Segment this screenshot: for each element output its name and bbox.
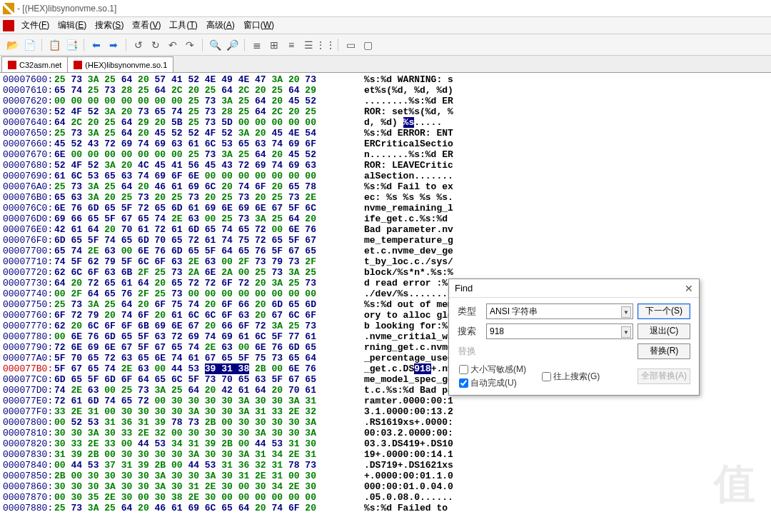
hex-row[interactable]: 00007610:65 74 25 73 28 25 64 2C 20 25 6… [3,85,771,96]
find-dialog-title: Find [455,283,473,293]
toolbar-button[interactable]: 📂 [4,37,20,53]
toolbar-button[interactable]: 📄 [21,37,37,53]
search-input[interactable]: 918 ▼ [486,323,633,339]
toolbar-button[interactable]: 📑 [64,37,79,53]
hex-row[interactable]: 00007850:2B 00 30 30 30 30 3A 30 30 3A 3… [3,471,771,481]
document-tab[interactable]: C32asm.net [1,56,68,72]
toolbar-button[interactable]: 🔍 [207,37,223,53]
app-menu-icon[interactable] [3,20,14,31]
hex-row[interactable]: 00007700:65 74 2E 63 00 6E 76 6D 65 5F 6… [3,246,771,256]
toolbar-button[interactable]: ⊞ [266,37,282,53]
search-label: 搜索 [458,325,482,338]
hex-row[interactable]: 00007810:30 30 3A 30 33 2E 32 00 30 30 3… [3,428,771,438]
hex-row[interactable]: 00007720:62 6C 6F 63 6B 2F 25 73 2A 6E 2… [3,267,771,278]
hex-row[interactable]: 00007640:64 2C 20 25 64 29 20 5B 25 73 5… [3,117,771,128]
hex-row[interactable]: 00007680:52 4F 52 3A 20 4C 45 41 56 45 4… [3,160,771,171]
toolbar-button[interactable]: ☰ [301,37,316,53]
exit-button[interactable]: 退出(C) [638,323,690,339]
type-select[interactable]: ANSI 字符串 ▼ [486,303,633,319]
hex-row[interactable]: 00007650:25 73 3A 25 64 20 45 52 52 4F 5… [3,128,771,139]
chevron-down-icon[interactable]: ▼ [621,326,631,338]
type-label: 类型 [458,305,482,318]
find-dialog: Find ✕ 类型 ANSI 字符串 ▼ 下一个(S) 搜索 918 ▼ 退出(… [448,278,700,396]
hex-row[interactable]: 00007690:61 6C 53 65 63 74 69 6F 6E 00 0… [3,171,771,181]
hex-row[interactable]: 00007710:74 5F 62 79 5F 6C 6F 63 2E 63 0… [3,256,771,267]
watermark: 值 [714,456,755,512]
hex-row[interactable]: 000077E0:72 61 6D 74 65 72 00 30 30 30 3… [3,396,771,406]
replace-all-button: 全部替换(A) [638,368,690,384]
tab-icon [74,61,82,69]
hex-row[interactable]: 00007600:25 73 3A 25 64 20 57 41 52 4E 4… [3,74,771,85]
hex-row[interactable]: 00007830:31 39 2B 00 30 30 30 30 3A 30 3… [3,449,771,460]
options-row: 大小写敏感(M) 自动完成(U) 往上搜索(G) [458,363,633,389]
close-icon[interactable]: ✕ [685,283,693,294]
toolbar: 📂📄📋📑⬅➡↺↻↶↷🔍🔎≣⊞≡☰⋮⋮▭▢ [0,34,771,56]
menu-bar: 文件(F)编辑(E)搜索(S)查看(V)工具(T)高级(A)窗口(W) [0,17,771,34]
hex-row[interactable]: 00007820:30 33 2E 33 00 44 53 34 31 39 2… [3,438,771,449]
menu-item-w[interactable]: 窗口(W) [239,18,278,33]
toolbar-button[interactable]: ⋮⋮ [318,37,333,53]
document-tab[interactable]: (HEX)libsynonvme.so.1 [67,56,173,72]
app-icon [3,3,14,14]
hex-row[interactable]: 000076E0:42 61 64 20 70 61 72 61 6D 65 7… [3,224,771,235]
toolbar-button[interactable]: 🔎 [224,37,240,53]
menu-item-s[interactable]: 搜索(S) [91,18,128,33]
menu-item-v[interactable]: 查看(V) [128,18,165,33]
chevron-down-icon[interactable]: ▼ [621,306,631,318]
search-up-checkbox[interactable]: 往上搜索(G) [542,363,600,389]
toolbar-button[interactable]: ▭ [343,37,358,53]
toolbar-button[interactable]: ≡ [283,37,299,53]
toolbar-button[interactable]: ↷ [182,37,198,53]
hex-row[interactable]: 000076C0:6E 76 6D 65 5F 72 65 6D 61 69 6… [3,203,771,214]
next-button[interactable]: 下一个(S) [638,303,690,319]
hex-row[interactable]: 000077F0:33 2E 31 00 30 30 30 30 3A 30 3… [3,406,771,417]
hex-row[interactable]: 00007630:52 4F 52 3A 20 73 65 74 25 73 2… [3,106,771,117]
case-sensitive-checkbox[interactable]: 大小写敏感(M) [459,363,526,376]
hex-row[interactable]: 000076D0:69 66 65 5F 67 65 74 2E 63 00 2… [3,214,771,224]
hex-row[interactable]: 00007870:00 30 35 2E 30 00 30 38 2E 30 0… [3,492,771,503]
toolbar-button[interactable]: ≣ [249,37,265,53]
toolbar-button[interactable]: ➡ [106,37,121,53]
replace-button[interactable]: 替换(R) [638,343,690,359]
toolbar-button[interactable]: ↻ [148,37,163,53]
hex-row[interactable]: 00007620:00 00 00 00 00 00 00 00 25 73 3… [3,96,771,106]
hex-row[interactable]: 00007840:00 44 53 37 31 39 2B 00 44 53 3… [3,460,771,471]
toolbar-button[interactable]: 📋 [46,37,62,53]
toolbar-button[interactable]: ↺ [131,37,146,53]
document-tabs: C32asm.net(HEX)libsynonvme.so.1 [0,56,771,73]
menu-item-e[interactable]: 编辑(E) [54,18,91,33]
menu-item-t[interactable]: 工具(T) [165,18,201,33]
hex-row[interactable]: 00007670:6E 00 00 00 00 00 00 00 25 73 3… [3,149,771,160]
replace-label: 替换 [458,345,482,358]
hex-row[interactable]: 000076B0:65 63 3A 20 25 73 20 25 73 20 2… [3,192,771,203]
hex-row[interactable]: 000076A0:25 73 3A 25 64 20 46 61 69 6C 2… [3,181,771,192]
find-dialog-titlebar[interactable]: Find ✕ [449,279,699,298]
toolbar-button[interactable]: ⬅ [89,37,104,53]
hex-row[interactable]: 00007660:45 52 43 72 69 74 69 63 61 6C 5… [3,139,771,149]
auto-complete-checkbox[interactable]: 自动完成(U) [459,377,526,389]
menu-item-a[interactable]: 高级(A) [202,18,239,33]
hex-row[interactable]: 000076F0:6D 65 5F 74 65 6D 70 65 72 61 7… [3,235,771,246]
window-title: - [(HEX)libsynonvme.so.1] [17,4,116,14]
window-titlebar: - [(HEX)libsynonvme.so.1] [0,0,771,17]
toolbar-button[interactable]: ▢ [360,37,376,53]
menu-item-f[interactable]: 文件(F) [17,18,54,33]
hex-row[interactable]: 00007800:00 52 53 31 36 31 39 78 73 2B 0… [3,417,771,428]
tab-icon [8,61,16,69]
toolbar-button[interactable]: ↶ [165,37,181,53]
hex-row[interactable]: 00007880:25 73 3A 25 64 20 46 61 69 6C 6… [3,503,771,513]
hex-row[interactable]: 00007860:30 30 30 3A 30 30 3A 30 31 2E 3… [3,481,771,492]
